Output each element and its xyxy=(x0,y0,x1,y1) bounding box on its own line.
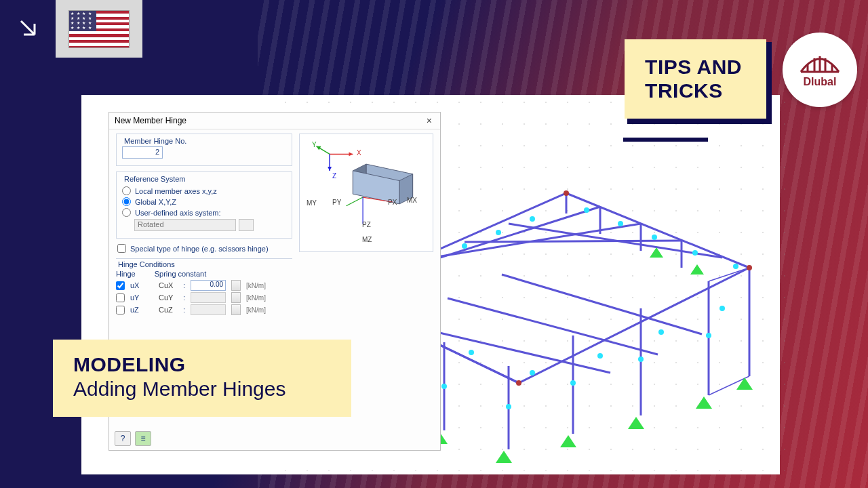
calc-icon[interactable]: ≡ xyxy=(135,431,151,446)
close-icon[interactable]: × xyxy=(424,115,435,126)
hinge-row-uy: uY CuY: [kN/m] xyxy=(116,292,292,303)
uy-value-input xyxy=(191,292,226,303)
svg-marker-32 xyxy=(328,167,332,171)
hinge-row-ux: uX CuX: 0.00 [kN/m] xyxy=(116,280,292,291)
col-hinge: Hinge xyxy=(116,270,136,278)
hinge-conditions-legend: Hinge Conditions xyxy=(116,260,177,268)
flag-badge-us xyxy=(56,0,142,58)
ref-local-radio[interactable]: Local member axes x,y,z xyxy=(122,186,286,195)
dialog-title: New Member Hinge xyxy=(115,116,186,125)
uy-spinner xyxy=(231,292,241,303)
tips-card: TIPS AND TRICKS xyxy=(625,39,766,119)
help-icon[interactable]: ? xyxy=(115,431,131,446)
dlubal-logo: Dlubal xyxy=(783,33,857,107)
uy-checkbox[interactable] xyxy=(116,293,125,302)
hinge-preview: X Y Z MY MX MZ PY PX PZ xyxy=(299,134,433,252)
uz-value-input xyxy=(191,304,226,315)
special-hinge-checkbox[interactable]: Special type of hinge (e.g. scissors hin… xyxy=(117,244,292,253)
hinge-row-uz: uZ CuZ: [kN/m] xyxy=(116,304,292,315)
col-spring: Spring constant xyxy=(155,270,206,278)
ux-checkbox[interactable] xyxy=(116,281,125,290)
us-flag-icon xyxy=(68,10,130,48)
overlay-subtitle: Adding Member Hinges xyxy=(73,378,331,401)
ref-system-legend: Reference System xyxy=(122,175,187,183)
overlay-kicker: MODELING xyxy=(73,353,331,376)
hinge-no-label: Member Hinge No. xyxy=(122,137,189,145)
uz-spinner xyxy=(231,304,241,315)
hinge-no-input[interactable]: 2 xyxy=(122,146,163,159)
uz-checkbox[interactable] xyxy=(116,306,125,314)
ux-spinner[interactable] xyxy=(231,280,241,291)
title-overlay: MODELING Adding Member Hinges xyxy=(53,340,351,417)
rotated-detail-button[interactable] xyxy=(239,219,254,231)
arrow-badge xyxy=(0,0,56,56)
svg-line-34 xyxy=(347,197,363,206)
rotated-select: Rotated xyxy=(134,219,236,231)
ux-value-input[interactable]: 0.00 xyxy=(191,280,226,291)
svg-marker-28 xyxy=(349,152,353,156)
ref-global-radio[interactable]: Global X,Y,Z xyxy=(122,197,286,206)
ref-user-radio[interactable]: User-defined axis system: xyxy=(122,208,286,217)
